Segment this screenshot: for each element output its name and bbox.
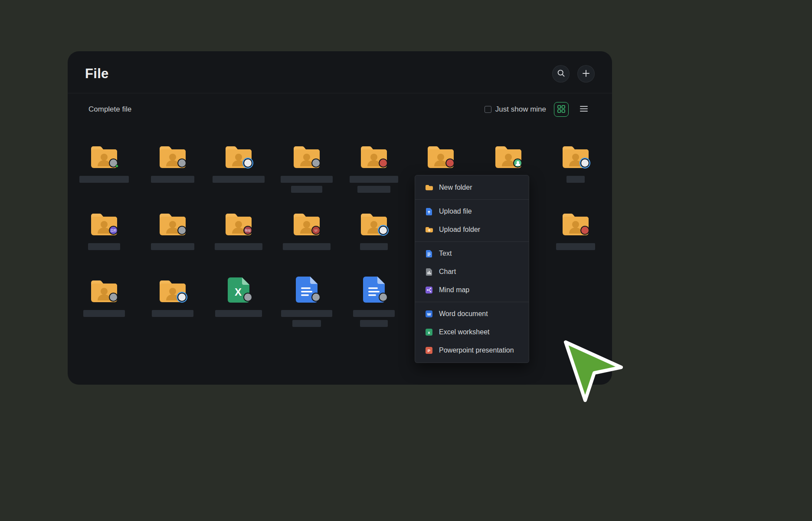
file-icon-wrap (210, 140, 267, 169)
context-menu: New folderUpload fileUpload folderTextCh… (415, 175, 529, 363)
svg-text:X: X (235, 286, 242, 298)
menu-item-label: Upload file (439, 208, 472, 215)
file-item-folder[interactable] (547, 208, 604, 263)
collaborator-avatar (311, 293, 321, 302)
file-icon-wrap (144, 274, 201, 303)
collaborator-avatar (109, 293, 118, 302)
file-icon-wrap (75, 140, 133, 169)
redacted-filename-bar (292, 320, 321, 327)
file-icon-wrap (278, 274, 335, 303)
file-item-folder[interactable] (345, 140, 403, 196)
collaborator-avatar (513, 158, 522, 168)
redacted-filename-bar (556, 243, 595, 250)
menu-item-label: Upload folder (439, 226, 480, 234)
menu-item-word-document[interactable]: WWord document (415, 305, 529, 323)
word-icon: W (425, 310, 433, 317)
collaborator-avatar (580, 158, 589, 168)
menu-divider (415, 199, 529, 200)
redacted-filename-bar (350, 176, 398, 183)
collaborator-avatar (177, 226, 187, 235)
svg-text:W: W (427, 312, 431, 317)
file-icon-wrap (278, 140, 335, 169)
collaborator-avatar (311, 158, 321, 168)
file-item-folder[interactable] (210, 140, 267, 196)
collaborator-avatar (109, 158, 118, 168)
redacted-filename-bar (281, 310, 332, 317)
collaborator-avatar (445, 158, 455, 168)
file-item-doc[interactable] (345, 274, 403, 330)
menu-divider (415, 241, 529, 242)
avatar-initials: LI (315, 229, 318, 232)
file-item-folder[interactable] (144, 140, 201, 196)
shared-person-icon (514, 159, 521, 167)
file-item-folder[interactable] (75, 140, 133, 196)
new-folder-icon (425, 184, 433, 191)
file-item-folder[interactable] (144, 208, 201, 263)
file-icon-wrap (547, 140, 604, 169)
svg-text:P: P (428, 348, 431, 353)
menu-item-label: Text (439, 250, 452, 257)
file-item-folder[interactable]: LI (278, 208, 335, 263)
redacted-filename-bar (215, 243, 262, 250)
file-item-folder[interactable] (345, 208, 403, 263)
redacted-filename-bar (281, 176, 333, 183)
menu-item-chart[interactable]: Chart (415, 263, 529, 281)
file-grid: 志程 很短 LI X (68, 51, 612, 385)
menu-item-label: Mind map (439, 286, 469, 294)
file-item-excel[interactable]: X (210, 274, 267, 330)
menu-item-label: Word document (439, 310, 488, 318)
collaborator-avatar: 志程 (109, 226, 118, 235)
file-manager-panel: File Co (68, 51, 612, 385)
file-icon-wrap: 志程 (75, 208, 133, 236)
file-icon-wrap: 很短 (210, 208, 267, 236)
collaborator-avatar (177, 158, 187, 168)
redacted-filename-bar (566, 176, 585, 183)
file-icon-wrap (345, 140, 403, 169)
file-item-folder[interactable]: 志程 (75, 208, 133, 263)
redacted-filename-bar (83, 310, 125, 317)
mindmap-icon (425, 287, 433, 293)
text-icon (425, 250, 433, 258)
collaborator-avatar (379, 158, 388, 168)
collaborator-avatar (580, 226, 589, 235)
menu-item-upload-folder[interactable]: Upload folder (415, 221, 529, 239)
collaborator-avatar (379, 226, 388, 235)
redacted-filename-bar (152, 310, 193, 317)
collaborator-avatar (243, 158, 252, 168)
avatar-initials: 志程 (111, 229, 117, 232)
menu-item-label: Powerpoint presentation (439, 346, 514, 354)
avatar-initials: 很短 (245, 229, 251, 232)
menu-divider (415, 302, 529, 302)
menu-item-excel-worksheet[interactable]: xExcel worksheet (415, 323, 529, 341)
menu-item-label: Excel worksheet (439, 328, 490, 336)
file-icon-wrap (345, 208, 403, 236)
file-icon-wrap (144, 208, 201, 236)
file-icon-wrap (412, 140, 469, 169)
redacted-filename-bar (213, 176, 265, 183)
file-item-folder[interactable]: 很短 (210, 208, 267, 263)
menu-item-label: Chart (439, 268, 456, 276)
redacted-filename-bar (215, 310, 262, 317)
menu-item-new-folder[interactable]: New folder (415, 178, 529, 197)
file-item-folder[interactable] (75, 274, 133, 330)
file-item-doc[interactable] (278, 274, 335, 330)
redacted-filename-bar (151, 243, 194, 250)
menu-item-powerpoint-presentation[interactable]: PPowerpoint presentation (415, 341, 529, 359)
redacted-filename-bar (151, 176, 194, 183)
page: File Co (0, 0, 812, 521)
file-item-folder[interactable] (144, 274, 201, 330)
upload-folder-icon (425, 226, 433, 233)
file-icon-wrap (480, 140, 537, 169)
menu-item-upload-file[interactable]: Upload file (415, 202, 529, 221)
online-dot (115, 165, 118, 168)
collaborator-avatar: 很短 (243, 226, 252, 235)
menu-item-text[interactable]: Text (415, 244, 529, 263)
chart-icon (425, 268, 433, 276)
file-icon-wrap (144, 140, 201, 169)
collaborator-avatar (177, 293, 187, 302)
redacted-filename-bar (360, 243, 388, 250)
upload-file-icon (425, 208, 433, 216)
file-item-folder[interactable] (278, 140, 335, 196)
file-item-folder[interactable] (547, 140, 604, 196)
menu-item-mind-map[interactable]: Mind map (415, 281, 529, 299)
